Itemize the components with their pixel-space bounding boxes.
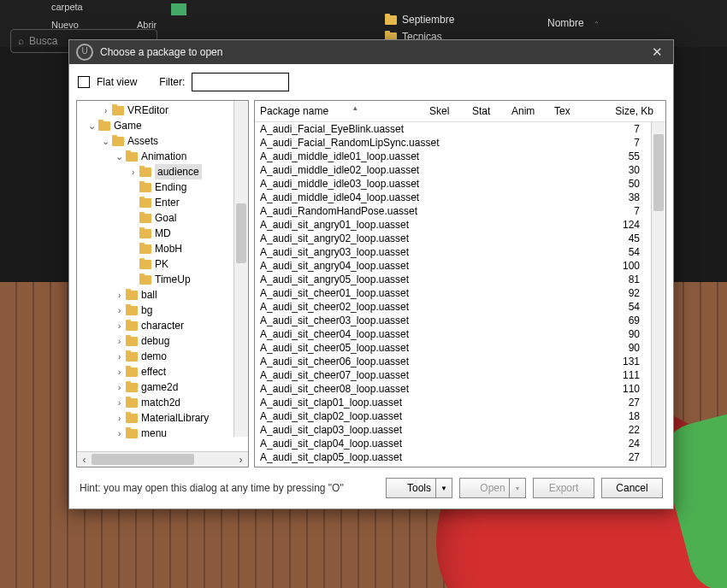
package-row[interactable]: A_audi_sit_angry02_loop.uasset45	[255, 232, 652, 245]
tree-node[interactable]: ›MaterialLibrary	[80, 410, 248, 426]
package-row[interactable]: A_audi_sit_cheer05_loop.uasset90	[255, 341, 652, 355]
expand-icon[interactable]: ›	[115, 395, 124, 410]
package-row[interactable]: A_audi_Facial_RandomLipSync.uasset7	[255, 136, 652, 150]
col-size[interactable]: Size, Kb	[588, 105, 665, 117]
expand-icon[interactable]: ›	[115, 426, 124, 441]
package-list-rows[interactable]: A_audi_Facial_EyeBlink.uasset7A_audi_Fac…	[255, 122, 652, 467]
tree-node[interactable]: PK	[80, 256, 248, 272]
package-row[interactable]: A_audi_sit_angry05_loop.uasset81	[255, 273, 652, 286]
list-vertical-scrollbar[interactable]	[651, 122, 665, 467]
tree-node[interactable]: Ending	[80, 179, 248, 195]
scrollbar-thumb[interactable]	[653, 134, 664, 211]
package-row[interactable]: A_audi_middle_idle03_loop.uasset50	[255, 177, 652, 191]
expand-icon[interactable]: ›	[115, 318, 124, 333]
tree-node[interactable]: ›character	[80, 318, 248, 333]
folder-tree[interactable]: ›VREditor⌄Game⌄Assets⌄Animation›audience…	[77, 101, 248, 443]
chevron-down-icon[interactable]: ▾	[509, 479, 525, 497]
tree-node[interactable]: TimeUp	[80, 272, 248, 287]
tree-node[interactable]: ›menu	[80, 426, 248, 441]
filter-label: Filter:	[159, 76, 185, 88]
col-anim[interactable]: Anim	[506, 105, 549, 117]
scrollbar-thumb[interactable]	[92, 454, 194, 465]
dialog-titlebar[interactable]: Choose a package to open ✕	[69, 40, 673, 64]
tree-node[interactable]: ⌄Game	[80, 118, 248, 133]
tree-node[interactable]: ⌄Assets	[80, 133, 248, 149]
tree-node[interactable]: MobH	[80, 241, 248, 256]
expand-icon[interactable]: ›	[115, 333, 124, 349]
tree-node[interactable]: ›debug	[80, 333, 248, 349]
tree-node[interactable]: ›bg	[80, 303, 248, 318]
package-name: A_audi_sit_cheer03_loop.uasset	[260, 315, 580, 326]
scrollbar-thumb[interactable]	[236, 203, 246, 263]
col-package-name[interactable]: Package name ▴	[255, 105, 424, 117]
package-list-header[interactable]: Package name ▴ Skel Stat Anim Tex Size, …	[255, 101, 665, 122]
bg-folder-septiembre[interactable]: Septiembre	[385, 14, 454, 26]
tree-node[interactable]: Enter	[80, 195, 248, 210]
tools-button[interactable]: Tools ▼	[386, 478, 452, 498]
package-row[interactable]: A_audi_sit_cheer08_loop.uasset110	[255, 382, 652, 396]
chevron-down-icon[interactable]: ▼	[435, 479, 452, 497]
package-row[interactable]: A_audi_middle_idle02_loop.uasset30	[255, 163, 652, 177]
expand-icon[interactable]: ›	[115, 349, 124, 364]
flat-view-checkbox[interactable]	[78, 76, 90, 88]
bg-column-nombre[interactable]: Nombre ⌃	[547, 17, 600, 29]
package-row[interactable]: A_audi_sit_clap02_loop.uasset18	[255, 409, 652, 423]
tree-node[interactable]: ›demo	[80, 349, 248, 364]
package-row[interactable]: A_audi_sit_clap04_loop.uasset24	[255, 437, 652, 450]
tree-node[interactable]: ›VREditor	[80, 103, 248, 118]
tree-node[interactable]: ›game2d	[80, 379, 248, 395]
package-row[interactable]: A_audi_Facial_EyeBlink.uasset7	[255, 122, 652, 136]
expand-icon[interactable]: ›	[128, 164, 138, 179]
package-row[interactable]: A_audi_sit_clap03_loop.uasset22	[255, 423, 652, 437]
filter-input[interactable]	[192, 73, 289, 91]
package-row[interactable]: A_audi_sit_cheer07_loop.uasset111	[255, 368, 652, 382]
package-row[interactable]: A_audi_sit_cheer01_loop.uasset92	[255, 286, 652, 300]
collapse-icon[interactable]: ⌄	[115, 149, 124, 164]
open-button-label: Open	[480, 482, 505, 494]
tree-node-label: menu	[141, 426, 167, 441]
search-icon: ⌕	[18, 35, 24, 47]
package-row[interactable]: A_audi_sit_cheer02_loop.uasset54	[255, 300, 652, 314]
sort-asc-icon: ▴	[353, 103, 358, 112]
tree-node[interactable]: ›match2d	[80, 395, 248, 410]
expand-icon[interactable]: ›	[115, 303, 124, 318]
package-row[interactable]: A_audi_middle_idle01_loop.uasset55	[255, 150, 652, 163]
tree-node[interactable]: MD	[80, 226, 248, 241]
package-row[interactable]: A_audi_sit_clap06_loop.uasset21	[255, 464, 652, 467]
tree-node[interactable]: ›ball	[80, 287, 248, 303]
expand-icon[interactable]: ›	[115, 287, 124, 303]
expand-icon[interactable]: ›	[115, 364, 124, 379]
tree-vertical-scrollbar[interactable]	[233, 101, 248, 437]
tree-node-label: match2d	[141, 395, 180, 410]
scroll-left-arrow[interactable]: ‹	[77, 454, 92, 466]
tree-node[interactable]: ›audience	[80, 164, 248, 179]
package-row[interactable]: A_audi_sit_angry04_loop.uasset100	[255, 259, 652, 273]
export-button[interactable]: Export	[533, 478, 594, 498]
tree-node[interactable]: ⌄Animation	[80, 149, 248, 164]
col-skel[interactable]: Skel	[424, 105, 467, 117]
package-row[interactable]: A_audi_sit_cheer04_loop.uasset90	[255, 327, 652, 341]
tree-node[interactable]: Goal	[80, 210, 248, 226]
package-row[interactable]: A_audi_middle_idle04_loop.uasset38	[255, 191, 652, 204]
expand-icon[interactable]: ›	[115, 410, 124, 426]
cancel-button[interactable]: Cancel	[601, 478, 663, 498]
package-row[interactable]: A_audi_sit_clap05_loop.uasset27	[255, 450, 652, 464]
col-stat[interactable]: Stat	[467, 105, 506, 117]
package-row[interactable]: A_audi_sit_clap01_loop.uasset27	[255, 396, 652, 409]
col-tex[interactable]: Tex	[549, 105, 588, 117]
collapse-icon[interactable]: ⌄	[87, 118, 97, 133]
scroll-right-arrow[interactable]: ›	[233, 454, 248, 466]
package-row[interactable]: A_audi_sit_angry03_loop.uasset54	[255, 245, 652, 259]
tree-node[interactable]: ›effect	[80, 364, 248, 379]
package-row[interactable]: A_audi_sit_cheer03_loop.uasset69	[255, 314, 652, 327]
folder-icon	[126, 306, 138, 315]
close-button[interactable]: ✕	[648, 44, 666, 60]
open-button[interactable]: Open ▾	[459, 478, 526, 498]
expand-icon[interactable]: ›	[101, 103, 110, 118]
collapse-icon[interactable]: ⌄	[101, 133, 110, 149]
tree-horizontal-scrollbar[interactable]: ‹ ›	[77, 451, 248, 467]
package-row[interactable]: A_audi_RandomHandPose.uasset7	[255, 204, 652, 218]
package-row[interactable]: A_audi_sit_angry01_loop.uasset124	[255, 218, 652, 232]
expand-icon[interactable]: ›	[115, 379, 124, 395]
package-row[interactable]: A_audi_sit_cheer06_loop.uasset131	[255, 355, 652, 368]
